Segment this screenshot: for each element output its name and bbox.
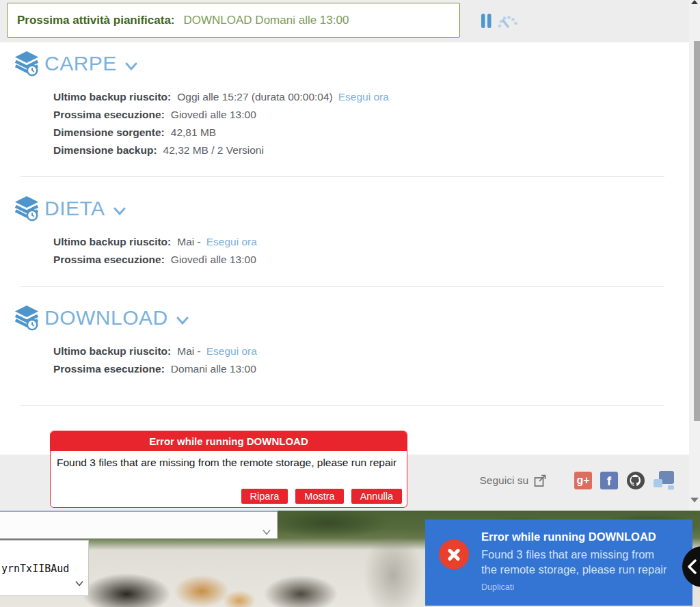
detail-value: Domani alle 13:00 — [171, 363, 256, 375]
run-now-link[interactable]: Esegui ora — [206, 236, 257, 247]
detail-label: Prossima esecuzione: — [53, 109, 165, 120]
detail-label: Prossima esecuzione: — [53, 254, 165, 265]
follow-us-label: Seguici su — [479, 474, 528, 487]
error-dialog: Error while running DOWNLOAD Found 3 fil… — [50, 431, 407, 508]
detail-label: Ultimo backup riuscito: — [53, 236, 171, 247]
detail-row: Ultimo backup riuscito:Oggi alle 15:27 (… — [53, 88, 389, 106]
pause-icon[interactable] — [481, 13, 492, 29]
error-dialog-message: Found 3 files that are missing from the … — [51, 451, 407, 470]
toast-message-line1: Found 3 files that are missing from — [481, 548, 654, 561]
detail-row: Dimensione backup:42,32 MB / 2 Versioni — [53, 141, 389, 159]
github-icon[interactable] — [626, 471, 645, 490]
detail-label: Ultimo backup riuscito: — [53, 345, 171, 357]
combobox-text: yrnTxIIBAud — [1, 563, 69, 575]
detail-value: Mai - — [177, 345, 200, 357]
error-x-icon — [439, 539, 469, 569]
detail-value: 42,32 MB / 2 Versioni — [163, 144, 264, 156]
detail-row: Prossima esecuzione:Giovedì alle 13:00 — [53, 251, 257, 269]
backup-name: DIETA — [44, 197, 105, 220]
toast-app-name: Duplicati — [481, 582, 514, 592]
detail-row: Ultimo backup riuscito:Mai -Esegui ora — [53, 342, 257, 360]
detail-row: Prossima esecuzione:Giovedì alle 13:00 — [53, 106, 389, 124]
detail-value: Giovedì alle 13:00 — [171, 109, 256, 120]
chevron-down-icon[interactable] — [261, 528, 272, 536]
detail-row: Dimensione sorgente:42,81 MB — [53, 124, 389, 141]
backup-heading-download[interactable]: DOWNLOAD — [14, 305, 189, 331]
page-scrollbar[interactable] — [689, 0, 700, 511]
backup-job-icon — [14, 195, 40, 221]
error-dialog-buttons: Ripara Mostra Annulla — [234, 489, 402, 504]
detail-label: Dimensione backup: — [53, 144, 157, 156]
throttle-gauge-icon[interactable] — [498, 14, 518, 28]
desktop-background: yrnTxIIBAud Error while running DOWNLOAD… — [0, 511, 700, 607]
status-value: DOWNLOAD Domani alle 13:00 — [184, 14, 349, 27]
chevron-down-icon — [124, 62, 138, 71]
toast-title: Error while running DOWNLOAD — [481, 530, 656, 543]
detail-value: Mai - — [177, 236, 200, 247]
detail-label: Dimensione sorgente: — [53, 126, 165, 138]
detail-label: Prossima esecuzione: — [53, 363, 165, 375]
run-now-link[interactable]: Esegui ora — [338, 91, 389, 103]
backup-heading-carpe[interactable]: CARPE — [14, 51, 138, 77]
run-now-link[interactable]: Esegui ora — [206, 345, 257, 357]
backup-heading-dieta[interactable]: DIETA — [14, 195, 126, 221]
chevron-left-icon — [685, 557, 699, 576]
backup-name: DOWNLOAD — [44, 306, 168, 329]
toast-message-line2: the remote storage, please run repair — [481, 563, 667, 576]
chevron-down-icon — [176, 316, 189, 325]
external-link-icon — [534, 474, 547, 487]
scrollbar-down-arrow-icon[interactable] — [690, 498, 699, 502]
windows-toast-notification[interactable]: Error while running DOWNLOAD Found 3 fil… — [425, 520, 692, 606]
repair-button[interactable]: Ripara — [241, 489, 288, 504]
show-button[interactable]: Mostra — [295, 489, 343, 504]
cancel-button[interactable]: Annulla — [351, 489, 402, 504]
facebook-icon[interactable]: f — [600, 472, 618, 489]
detail-value: Oggi alle 15:27 (durata 00:00:04) — [177, 91, 333, 103]
screen: Prossima attività pianificata: DOWNLOAD … — [0, 0, 700, 607]
error-dialog-title: Error while running DOWNLOAD — [51, 431, 407, 451]
backup-details-download: Ultimo backup riuscito:Mai -Esegui ora P… — [53, 342, 257, 378]
detail-row: Prossima esecuzione:Domani alle 13:00 — [53, 360, 257, 378]
backup-details-dieta: Ultimo backup riuscito:Mai -Esegui ora P… — [53, 233, 257, 269]
backup-name: CARPE — [44, 52, 117, 75]
status-label: Prossima attività pianificata: — [17, 14, 175, 27]
detail-label: Ultimo backup riuscito: — [53, 91, 171, 103]
google-plus-icon[interactable]: g+ — [574, 472, 592, 489]
background-window-strip — [0, 511, 278, 539]
chevron-down-icon[interactable] — [74, 580, 85, 587]
detail-value: Giovedì alle 13:00 — [171, 254, 256, 265]
divider — [21, 176, 664, 177]
backup-details-carpe: Ultimo backup riuscito:Oggi alle 15:27 (… — [53, 88, 389, 159]
detail-row: Ultimo backup riuscito:Mai -Esegui ora — [53, 233, 257, 251]
scrollbar-up-arrow-icon[interactable] — [691, 0, 698, 4]
scheduled-task-status: Prossima attività pianificata: DOWNLOAD … — [7, 3, 460, 38]
backup-job-icon — [14, 305, 40, 331]
backup-job-icon — [14, 51, 40, 77]
forum-icon[interactable] — [654, 471, 674, 490]
background-combobox-window: yrnTxIIBAud — [0, 540, 89, 596]
detail-value: 42,81 MB — [171, 126, 216, 138]
divider — [21, 405, 664, 406]
topbar: Prossima attività pianificata: DOWNLOAD … — [0, 0, 689, 42]
scrollbar-thumb[interactable] — [694, 41, 700, 421]
chevron-down-icon — [113, 206, 126, 216]
divider — [21, 286, 664, 287]
